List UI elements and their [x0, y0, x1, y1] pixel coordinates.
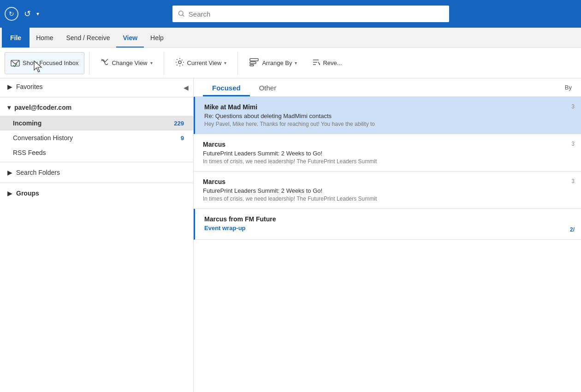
email-list: Mike at Mad Mimi Re: Questions about del… — [194, 97, 581, 392]
quick-access-dropdown[interactable]: ▾ — [36, 11, 39, 17]
change-view-chevron: ▾ — [150, 60, 153, 65]
sidebar-folder-conversation-history[interactable]: Conversation History 9 — [0, 131, 193, 145]
folder-conversation-label: Conversation History — [13, 134, 73, 142]
change-view-icon — [101, 58, 109, 68]
svg-point-3 — [178, 61, 181, 64]
arrange-icon — [249, 57, 259, 69]
svg-rect-5 — [250, 62, 256, 64]
ribbon-separator-1 — [89, 52, 89, 75]
current-view-chevron: ▾ — [224, 60, 226, 65]
search-bar[interactable] — [172, 6, 449, 22]
arrange-by-label: Arrange By — [262, 59, 292, 66]
email-subject-2: FuturePrint Leaders Summit: 2 Weeks to G… — [203, 150, 572, 157]
folder-incoming-label: Incoming — [13, 119, 42, 127]
menu-view[interactable]: View — [116, 28, 144, 48]
email-date-4: 2/ — [570, 226, 575, 233]
menu-home[interactable]: Home — [30, 28, 59, 48]
title-bar: ↻ ↺ ▾ — [0, 0, 581, 28]
ribbon-separator-2 — [164, 52, 164, 75]
email-preview-2: In times of crisis, we need leadership! … — [203, 158, 572, 165]
ribbon-separator-3 — [237, 52, 238, 75]
account-label: pavel@fcoder.com — [14, 104, 71, 111]
change-view-button[interactable]: Change View ▾ — [94, 52, 159, 74]
svg-rect-6 — [250, 65, 254, 66]
sidebar-item-search-folders[interactable]: ▶ Search Folders — [0, 164, 193, 181]
menu-help[interactable]: Help — [144, 28, 170, 48]
search-folders-label: Search Folders — [16, 169, 60, 176]
email-date-1: 3 — [571, 103, 575, 110]
chevron-right-icon: ▶ — [7, 83, 12, 90]
reverse-label: Reve... — [323, 59, 342, 66]
ribbon: Show Focused Inbox Change View ▾ Current… — [0, 48, 581, 78]
email-date-2: 3 — [571, 141, 575, 147]
sidebar: ◀ ▶ Favorites ▾ pavel@fcoder.com Incomin… — [0, 78, 194, 392]
current-view-button[interactable]: Current View ▾ — [169, 52, 233, 74]
email-preview-1: Hey Pavel, Mike here. Thanks for reachin… — [204, 121, 572, 127]
gear-icon — [175, 58, 184, 68]
chevron-right-icon-2: ▶ — [7, 169, 12, 176]
chevron-down-icon: ▾ — [7, 104, 11, 111]
sidebar-collapse-button[interactable]: ◀ — [180, 82, 191, 93]
sidebar-folder-rss-feeds[interactable]: RSS Feeds — [0, 145, 193, 160]
email-sender-3: Marcus — [203, 178, 572, 185]
menu-bar: File Home Send / Receive View Help — [0, 28, 581, 48]
svg-rect-4 — [250, 59, 258, 61]
email-sender-2: Marcus — [203, 141, 572, 148]
email-item-4[interactable]: Marcus from FM Future Event wrap-up 2/ — [194, 209, 581, 240]
sidebar-item-groups[interactable]: ▶ Groups — [0, 185, 193, 202]
sidebar-account[interactable]: ▾ pavel@fcoder.com — [0, 99, 193, 116]
sort-icon — [312, 58, 320, 68]
svg-line-1 — [183, 15, 184, 16]
sidebar-divider-2 — [0, 162, 193, 162]
email-sender-4: Marcus from FM Future — [204, 215, 572, 223]
envelope-check-icon — [11, 59, 20, 68]
email-subject-3: FuturePrint Leaders Summit: 2 Weeks to G… — [203, 187, 572, 194]
svg-point-0 — [178, 11, 183, 16]
groups-label: Groups — [16, 190, 39, 197]
refresh-button[interactable]: ↻ — [5, 7, 18, 21]
sidebar-divider-1 — [0, 97, 193, 97]
arrange-by-button[interactable]: Arrange By ▾ — [243, 52, 303, 74]
sidebar-divider-3 — [0, 183, 193, 183]
show-focused-inbox-button[interactable]: Show Focused Inbox — [5, 52, 84, 74]
email-preview-3: In times of crisis, we need leadership! … — [203, 196, 572, 202]
tab-other[interactable]: Other — [250, 78, 286, 96]
search-icon — [178, 10, 185, 18]
change-view-label: Change View — [112, 59, 147, 66]
email-date-3: 3 — [571, 178, 575, 184]
tabs-bar: Focused Other By — [194, 78, 581, 97]
sidebar-folder-incoming[interactable]: Incoming 229 — [0, 116, 193, 131]
email-item-3[interactable]: Marcus FuturePrint Leaders Summit: 2 Wee… — [194, 172, 581, 209]
email-subject-4: Event wrap-up — [204, 225, 572, 232]
content-area: Focused Other By Mike at Mad Mimi Re: Qu… — [194, 78, 581, 392]
menu-file[interactable]: File — [2, 28, 30, 48]
main-layout: ◀ ▶ Favorites ▾ pavel@fcoder.com Incomin… — [0, 78, 581, 392]
undo-button[interactable]: ↺ — [24, 9, 31, 19]
reverse-button[interactable]: Reve... — [305, 52, 348, 74]
tabs-left: Focused Other — [203, 78, 285, 96]
search-input[interactable] — [189, 10, 444, 18]
current-view-label: Current View — [187, 59, 222, 66]
folder-conversation-badge: 9 — [181, 135, 184, 142]
email-item-1[interactable]: Mike at Mad Mimi Re: Questions about del… — [194, 97, 581, 134]
show-focused-inbox-label: Show Focused Inbox — [23, 59, 78, 66]
email-subject-1: Re: Questions about deleting MadMimi con… — [204, 113, 572, 119]
tab-focused[interactable]: Focused — [203, 78, 250, 96]
sidebar-item-favorites[interactable]: ▶ Favorites — [0, 78, 193, 95]
chevron-right-icon-3: ▶ — [7, 190, 12, 197]
favorites-label: Favorites — [16, 83, 43, 90]
arrange-by-chevron: ▾ — [295, 60, 297, 65]
email-sender-1: Mike at Mad Mimi — [204, 103, 572, 111]
tabs-by-label: By — [565, 80, 572, 95]
email-item-2[interactable]: Marcus FuturePrint Leaders Summit: 2 Wee… — [194, 134, 581, 172]
folder-rss-label: RSS Feeds — [13, 149, 46, 156]
folder-incoming-badge: 229 — [174, 120, 184, 127]
menu-send-receive[interactable]: Send / Receive — [59, 28, 116, 48]
